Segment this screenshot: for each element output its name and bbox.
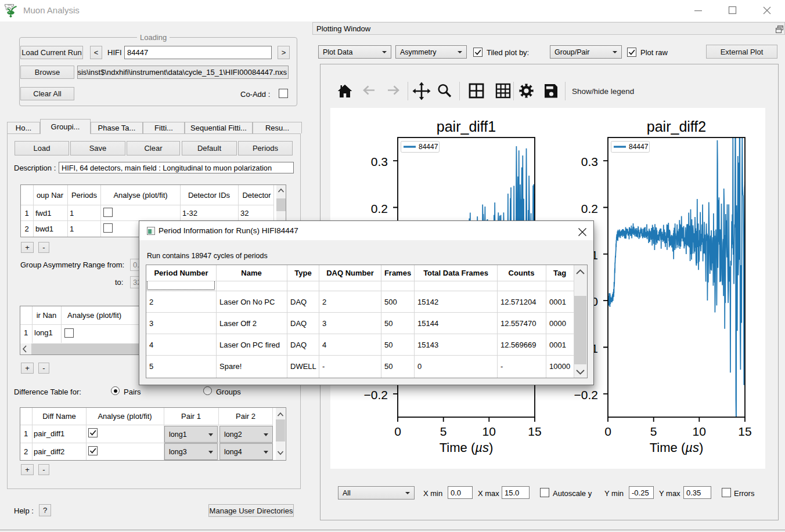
svg-text:0001: 0001 xyxy=(549,341,566,349)
svg-text:10000: 10000 xyxy=(549,362,570,371)
svg-text:long4: long4 xyxy=(224,448,242,456)
svg-text:-: - xyxy=(500,362,503,371)
svg-text:Laser Off 2: Laser Off 2 xyxy=(219,319,257,328)
svg-text:0.3: 0.3 xyxy=(371,155,388,168)
svg-text:Type: Type xyxy=(294,269,311,277)
svg-text:pair_diff1: pair_diff1 xyxy=(437,118,496,135)
svg-text:1: 1 xyxy=(70,209,74,218)
svg-text:10: 10 xyxy=(482,425,496,438)
svg-text:pair_diff1: pair_diff1 xyxy=(34,429,64,438)
svg-text:long2: long2 xyxy=(224,430,242,439)
svg-text:15: 15 xyxy=(528,425,541,438)
svg-text:DAQ: DAQ xyxy=(290,341,307,349)
svg-text:84447: 84447 xyxy=(629,143,649,151)
svg-text:Tag: Tag xyxy=(553,269,566,277)
svg-text:Period Number: Period Number xyxy=(154,269,208,277)
svg-text:50: 50 xyxy=(384,362,392,371)
svg-text:15142: 15142 xyxy=(417,298,438,306)
svg-text:Detector: Detector xyxy=(242,191,271,200)
svg-text:15143: 15143 xyxy=(417,341,438,349)
svg-text:0: 0 xyxy=(417,362,422,371)
svg-text:2: 2 xyxy=(149,298,153,306)
svg-text:−0.2: −0.2 xyxy=(364,388,388,401)
svg-text:1: 1 xyxy=(70,225,74,233)
svg-text:1: 1 xyxy=(24,209,28,218)
svg-text:Detector IDs: Detector IDs xyxy=(188,191,231,200)
svg-text:3: 3 xyxy=(149,319,153,328)
svg-text:0.2: 0.2 xyxy=(371,202,388,215)
svg-text:5: 5 xyxy=(440,425,447,438)
svg-text:Analyse (plot/fit): Analyse (plot/fit) xyxy=(67,311,121,320)
svg-text:12.569669: 12.569669 xyxy=(500,341,536,349)
svg-text:Diff Name: Diff Name xyxy=(42,412,76,421)
svg-text:Analyse (plot/fit): Analyse (plot/fit) xyxy=(98,412,152,421)
svg-text:3: 3 xyxy=(322,319,326,328)
svg-text:2: 2 xyxy=(24,447,28,456)
svg-text:0.2: 0.2 xyxy=(581,202,598,215)
svg-text:fwd1: fwd1 xyxy=(35,209,51,218)
svg-text:0.3: 0.3 xyxy=(581,155,598,168)
svg-text:84447: 84447 xyxy=(419,143,438,151)
svg-text:15: 15 xyxy=(738,425,751,438)
svg-text:pair_diff2: pair_diff2 xyxy=(34,447,64,456)
svg-text:1: 1 xyxy=(24,429,28,438)
svg-text:2: 2 xyxy=(24,225,28,233)
svg-text:Spare!: Spare! xyxy=(219,362,242,371)
svg-text:Periods: Periods xyxy=(71,191,98,200)
svg-text:DAQ Number: DAQ Number xyxy=(326,269,374,277)
svg-text:Time (µs): Time (µs) xyxy=(440,440,494,455)
svg-text:0001: 0001 xyxy=(549,298,566,306)
svg-text:5: 5 xyxy=(149,362,153,371)
svg-text:Total Data Frames: Total Data Frames xyxy=(423,269,488,277)
svg-text:DAQ: DAQ xyxy=(290,319,307,328)
svg-text:50: 50 xyxy=(384,341,392,349)
svg-text:0: 0 xyxy=(604,425,611,438)
svg-text:15144: 15144 xyxy=(417,319,438,328)
svg-text:5: 5 xyxy=(650,425,657,438)
svg-text:Name: Name xyxy=(241,269,261,277)
svg-text:long1: long1 xyxy=(34,328,53,337)
svg-text:oup Nar: oup Nar xyxy=(37,191,64,200)
svg-text:4: 4 xyxy=(149,341,153,349)
svg-text:50: 50 xyxy=(384,319,392,328)
svg-text:10: 10 xyxy=(693,425,706,438)
svg-text:0000: 0000 xyxy=(549,319,566,328)
svg-text:pair_diff2: pair_diff2 xyxy=(647,118,706,135)
svg-text:Counts: Counts xyxy=(509,269,535,277)
svg-text:1: 1 xyxy=(24,328,28,337)
svg-text:Pair 1: Pair 1 xyxy=(181,412,201,421)
svg-text:-: - xyxy=(322,362,325,371)
svg-text:12.571204: 12.571204 xyxy=(500,298,536,306)
svg-text:Time (µs): Time (µs) xyxy=(650,440,704,455)
svg-text:Pair 2: Pair 2 xyxy=(236,412,255,421)
svg-text:DAQ: DAQ xyxy=(290,298,307,306)
svg-text:long1: long1 xyxy=(169,430,187,439)
svg-text:12.557470: 12.557470 xyxy=(500,319,536,328)
svg-text:500: 500 xyxy=(384,298,397,306)
svg-text:0: 0 xyxy=(394,425,401,438)
svg-text:2: 2 xyxy=(322,298,326,306)
svg-text:1-32: 1-32 xyxy=(182,209,197,218)
svg-text:−0.2: −0.2 xyxy=(574,388,598,401)
svg-text:Analyse (plot/fit): Analyse (plot/fit) xyxy=(113,191,167,200)
svg-text:Laser On No PC: Laser On No PC xyxy=(219,298,275,306)
svg-text:long3: long3 xyxy=(169,448,187,456)
svg-text:Laser On PC fired: Laser On PC fired xyxy=(219,341,280,349)
svg-text:Frames: Frames xyxy=(384,269,411,277)
svg-text:bwd1: bwd1 xyxy=(35,225,53,233)
svg-text:32: 32 xyxy=(240,209,249,218)
svg-text:DWELL: DWELL xyxy=(290,362,316,371)
svg-text:4: 4 xyxy=(322,341,326,349)
svg-text:ir Nan: ir Nan xyxy=(37,311,57,320)
